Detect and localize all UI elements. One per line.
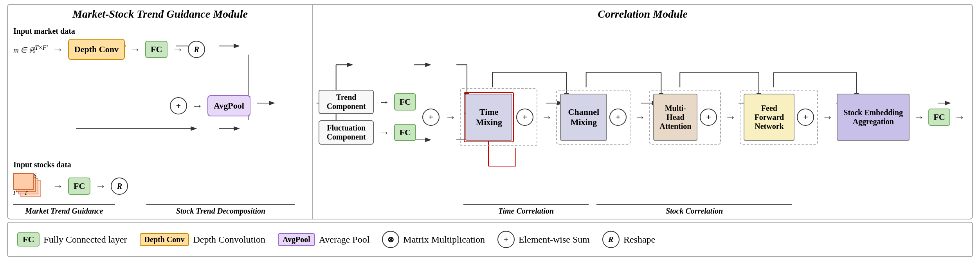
arrow-fc-out: → [953,111,967,123]
fluctuation-component-box: Fluctuation Component [319,120,374,145]
right-module-title: Correlation Module [319,8,967,20]
legend-avgpool-item: AvgPool Average Pool [278,233,369,246]
legend-reshape-desc: Reshape [623,234,655,245]
ffn-box: Feed Forward Network [744,94,794,141]
arrow-plus-to-avgpool: → [190,100,204,112]
plus-circle-2: + [422,109,440,126]
module-right: Correlation Module Trend Component → FC [313,5,972,219]
module-left: Market-Stock Trend Guidance Module Input… [8,5,313,219]
channel-mixing-box: Channel Mixing [560,94,607,141]
fc-box-market: FC [145,41,168,58]
arrow-stocks-to-fc2: → [51,180,65,192]
arrow-sum-to-time: → [443,111,458,123]
arrow-trend-to-fc: → [377,96,391,108]
arrow-market-to-depthconv: → [51,43,65,56]
channel-correlation-section: Channel Mixing + [556,90,631,145]
section-stock-decomp: Stock Trend Decomposition [146,204,295,216]
arrow-multihead-to-ffn: → [723,111,737,123]
arrow-fc1-to-R1: → [171,43,185,56]
sea-box: Stock Embedding Aggregation [837,94,910,141]
time-correlation-section: Time Mixing + [460,88,537,146]
arrow-depthconv-to-fc1: → [128,43,142,56]
math-market: m ∈ ℝT×F′ [13,44,48,54]
multi-head-section: Multi-Head Attention + [649,90,721,145]
legend-depth-desc: Depth Convolution [193,234,265,245]
legend-fc-box: FC [17,232,40,246]
diagram-area: Market-Stock Trend Guidance Module Input… [7,4,973,219]
time-mixing-box: Time Mixing [465,94,512,141]
legend-depth-box: Depth Conv [140,233,189,246]
plus-circle-1: + [170,97,187,114]
arrow-time-to-channel: → [540,111,554,123]
section-stock-corr: Stock Correlation [596,204,792,216]
depth-conv-box: Depth Conv [68,39,125,60]
main-container: Market-Stock Trend Guidance Module Input… [0,0,980,261]
plus-circle-time: + [516,109,533,126]
arrow-sea-to-fc-final: → [912,111,926,123]
input-market-label: Input market data [13,27,307,36]
legend-fc-desc: Fully Connected layer [43,234,127,245]
avgpool-box: AvgPool [207,95,250,116]
legend-reshape-item: R Reshape [602,231,655,248]
arrow-fluct-to-fc: → [377,126,391,139]
plus-circle-ffn: + [797,109,814,126]
trend-component-box: Trend Component [319,90,374,114]
fc-box-trend: FC [394,93,416,111]
reshape-circle-1: R [188,41,205,58]
legend-sum-item: + Element-wise Sum [497,231,590,248]
fc-box-stocks: FC [68,178,90,195]
legend-matrix-item: ⊗ Matrix Multiplication [382,231,485,248]
legend-matrix-circle: ⊗ [382,231,399,248]
legend-sum-desc: Element-wise Sum [519,234,590,245]
stacked-layers: S F T [13,172,45,200]
legend-depth-item: Depth Conv Depth Convolution [140,233,265,246]
plus-circle-multihead: + [700,109,717,126]
input-stocks-label: Input stocks data [13,160,307,169]
legend-matrix-desc: Matrix Multiplication [403,234,485,245]
arrow-channel-to-multihead: → [633,111,647,123]
left-module-title: Market-Stock Trend Guidance Module [13,8,307,20]
arrow-ffn-to-sea: → [820,111,834,123]
fc-box-fluct: FC [394,124,416,141]
multi-head-box: Multi-Head Attention [653,94,697,141]
legend-reshape-circle: R [602,231,620,248]
legend-fc-item: FC Fully Connected layer [17,232,127,246]
legend-avgpool-box: AvgPool [278,233,315,246]
fc-box-final: FC [928,109,950,126]
section-market-trend: Market Trend Guidance [13,204,115,216]
reshape-circle-2: R [111,178,128,195]
ffn-section: Feed Forward Network + [740,90,818,145]
legend-sum-circle: + [497,231,515,248]
plus-circle-channel: + [609,109,627,126]
time-mixing-red-border: Time Mixing [464,92,514,142]
legend-bar: FC Fully Connected layer Depth Conv Dept… [7,222,973,257]
section-time-corr: Time Correlation [463,204,589,216]
arrow-fc2-to-R2: → [94,180,108,192]
legend-avgpool-desc: Average Pool [319,234,370,245]
